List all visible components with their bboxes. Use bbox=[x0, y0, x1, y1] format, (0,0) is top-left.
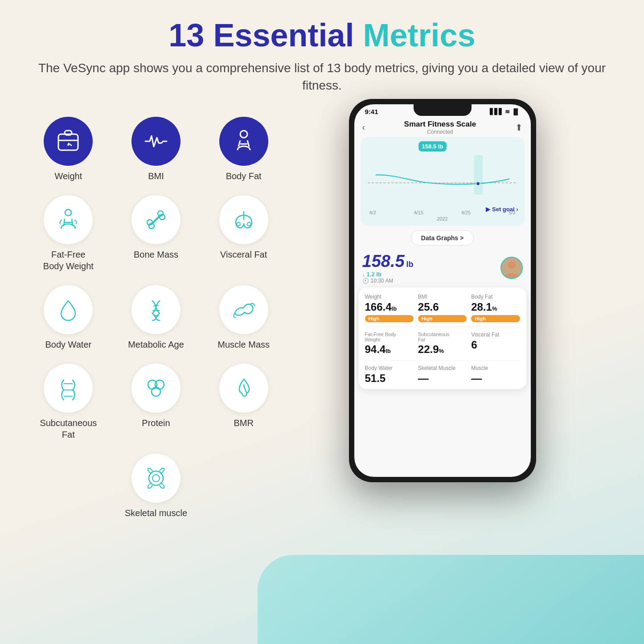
protein-icon-circle bbox=[131, 364, 180, 413]
weight-chart bbox=[368, 146, 517, 208]
protein-icon bbox=[143, 375, 169, 402]
main-content: Weight BMI bbox=[27, 108, 617, 519]
metric-skeletal: Skeletal muscle bbox=[115, 454, 198, 519]
metric-cell-weight: Weight 166.4lb High bbox=[365, 294, 414, 322]
body-water-label: Body Water bbox=[45, 339, 91, 350]
metric-metabolic-age: Metabolic Age bbox=[115, 285, 198, 350]
bodyfat-icon bbox=[230, 128, 257, 155]
metric-cell-bmi: BMI 25.6 High bbox=[418, 294, 467, 322]
svg-line-19 bbox=[153, 305, 159, 306]
weight-unit: lb bbox=[406, 260, 414, 269]
avatar bbox=[500, 257, 523, 279]
page-subtitle: The VeSync app shows you a comprehensive… bbox=[27, 59, 617, 94]
svg-rect-0 bbox=[58, 134, 78, 150]
bmr-label: BMR bbox=[234, 417, 253, 429]
weight-time: 🕙 10:30 AM bbox=[362, 278, 495, 284]
cell-fatfree-label: Fat-Free BodyWeight bbox=[365, 332, 414, 342]
body-fat-label: Body Fat bbox=[226, 170, 262, 182]
metric-cell-subcutaneous: SubcutaneousFat 22.9% bbox=[418, 332, 467, 356]
visceral-icon-circle bbox=[219, 195, 268, 244]
metrics-card: Weight 166.4lb High BMI 25.6 bbox=[359, 287, 526, 389]
metrics-grid-row3: Body Water 51.5 Skeletal Muscle — Muscle… bbox=[365, 360, 520, 385]
set-goal-button[interactable]: ▶ Set goal › bbox=[486, 206, 518, 213]
metric-cell-skeletal2: Skeletal Muscle — bbox=[418, 365, 467, 385]
metric-cell-bodyfat: Body Fat 28.1% High bbox=[471, 294, 520, 322]
page: 13 Essential Metrics The VeSync app show… bbox=[0, 0, 644, 644]
bmr-icon-circle bbox=[219, 364, 268, 413]
metabolic-age-label: Metabolic Age bbox=[128, 339, 184, 350]
fat-free-label: Fat-FreeBody Weight bbox=[43, 249, 94, 272]
phone-outer: 9:41 ▋▋▋ ≋ ▐▌ ‹ Smart Fitness Scale Conn… bbox=[349, 99, 536, 482]
metric-protein: Protein bbox=[115, 364, 198, 440]
weight-section: 158.5 lb ↓ 1.2 lb 🕙 10:30 AM bbox=[354, 248, 531, 286]
svg-line-6 bbox=[238, 140, 240, 147]
muscle-mass-label: Muscle Mass bbox=[217, 339, 270, 350]
back-button[interactable]: ‹ bbox=[362, 122, 365, 132]
teal-decoration bbox=[258, 555, 644, 644]
cell-muscle-label: Muscle bbox=[471, 365, 520, 371]
metric-cell-fatfree: Fat-Free BodyWeight 94.4lb bbox=[365, 332, 414, 356]
cell-subcutaneous-value: 22.9% bbox=[418, 343, 467, 356]
dna-icon bbox=[143, 296, 169, 323]
dna-icon-circle bbox=[131, 285, 180, 334]
clock-icon: 🕙 bbox=[362, 278, 369, 284]
cell-bodyfat-value: 28.1% bbox=[471, 301, 520, 313]
date-1: 4/2 bbox=[369, 210, 376, 215]
svg-point-17 bbox=[237, 222, 240, 226]
lungs-icon bbox=[230, 206, 257, 233]
date-3: 4/25 bbox=[461, 210, 471, 215]
metric-bone-mass: Bone Mass bbox=[115, 195, 198, 272]
subcutaneous-fat-label: SubcutaneousFat bbox=[40, 417, 97, 440]
cell-weight-badge: High bbox=[365, 315, 414, 322]
bone-mass-label: Bone Mass bbox=[134, 249, 178, 260]
bone-icon bbox=[143, 206, 169, 233]
heartwave-icon bbox=[143, 128, 169, 155]
cell-visceral-value: 6 bbox=[471, 339, 520, 351]
cell-weight-value: 166.4lb bbox=[365, 301, 414, 313]
data-graphs-button[interactable]: Data Graphs > bbox=[411, 230, 474, 246]
scale-icon bbox=[55, 128, 82, 155]
metric-fat-free: Fat-FreeBody Weight bbox=[27, 195, 110, 272]
title-teal: Metrics bbox=[363, 17, 476, 53]
svg-point-5 bbox=[240, 131, 247, 138]
cell-bodyfat-label: Body Fat bbox=[471, 294, 520, 300]
battery-icon: ▐▌ bbox=[512, 108, 520, 115]
fatfree-icon bbox=[55, 206, 82, 233]
nav-title: Smart Fitness Scale Connected bbox=[404, 120, 476, 135]
phone-section: 9:41 ▋▋▋ ≋ ▐▌ ‹ Smart Fitness Scale Conn… bbox=[267, 99, 617, 482]
title-black: 13 Essential bbox=[168, 17, 354, 53]
cell-fatfree-value: 94.4lb bbox=[365, 343, 414, 356]
cell-bmi-badge: High bbox=[418, 315, 467, 322]
weight-label: Weight bbox=[54, 170, 82, 182]
header: 13 Essential Metrics The VeSync app show… bbox=[27, 18, 617, 94]
connected-status: Connected bbox=[404, 129, 476, 135]
skeletal-icon-circle bbox=[131, 454, 180, 503]
weight-icon-circle bbox=[44, 117, 93, 166]
phone-notch bbox=[414, 104, 472, 116]
weight-info: 158.5 lb ↓ 1.2 lb 🕙 10:30 AM bbox=[362, 252, 495, 284]
cell-skeletal-label: Skeletal Muscle bbox=[418, 365, 467, 371]
subcutaneous-icon-circle bbox=[44, 364, 93, 413]
metrics-grid-row1: Weight 166.4lb High BMI 25.6 bbox=[365, 294, 520, 322]
bmi-icon-circle bbox=[131, 117, 180, 166]
protein-label: Protein bbox=[142, 417, 170, 429]
cell-muscle-value: — bbox=[471, 372, 520, 385]
subcutaneous-icon bbox=[55, 375, 82, 402]
svg-rect-32 bbox=[474, 155, 482, 194]
avatar-image bbox=[501, 258, 522, 278]
visceral-fat-label: Visceral Fat bbox=[220, 249, 267, 260]
metric-body-water: Body Water bbox=[27, 285, 110, 350]
metrics-grid-row2: Fat-Free BodyWeight 94.4lb SubcutaneousF… bbox=[365, 327, 520, 356]
water-icon bbox=[55, 296, 82, 323]
cell-subcutaneous-label: SubcutaneousFat bbox=[418, 332, 467, 342]
bodyfat-icon-circle bbox=[219, 117, 268, 166]
bmi-label: BMI bbox=[148, 170, 164, 182]
svg-point-33 bbox=[507, 261, 515, 269]
nav-bar: ‹ Smart Fitness Scale Connected ⬆ bbox=[354, 117, 531, 137]
svg-rect-2 bbox=[65, 131, 72, 135]
metric-cell-bodywater: Body Water 51.5 bbox=[365, 365, 414, 385]
chart-value: 158.5 lb bbox=[418, 141, 447, 152]
device-name: Smart Fitness Scale bbox=[404, 120, 476, 129]
share-button[interactable]: ⬆ bbox=[515, 122, 523, 133]
weight-timestamp: 10:30 AM bbox=[371, 278, 394, 284]
